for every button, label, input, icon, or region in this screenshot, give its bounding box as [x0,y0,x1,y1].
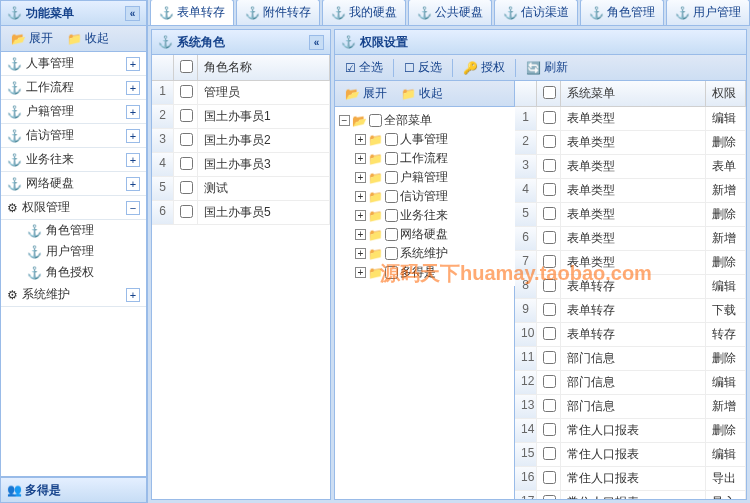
row-checkbox[interactable] [543,111,556,124]
table-row[interactable]: 5表单类型删除 [515,203,746,227]
nav-sub-item[interactable]: ⚓角色管理 [21,220,146,241]
select-all-checkbox[interactable] [543,86,556,99]
tree-checkbox[interactable] [385,152,398,165]
tab[interactable]: ⚓表单转存 [150,0,234,25]
row-checkbox[interactable] [180,205,193,218]
tree-root[interactable]: − 📂 全部菜单 [339,111,511,130]
nav-item[interactable]: ⚓网络硬盘 [1,172,146,196]
toggle-icon[interactable] [126,288,140,302]
row-checkbox[interactable] [543,207,556,220]
nav-sub-item[interactable]: ⚓用户管理 [21,241,146,262]
toggle-icon[interactable] [126,201,140,215]
expand-icon[interactable]: + [355,210,366,221]
row-checkbox[interactable] [543,159,556,172]
collapse-icon[interactable]: − [339,115,350,126]
expand-icon[interactable]: + [355,229,366,240]
row-checkbox[interactable] [543,447,556,460]
table-row[interactable]: 4国土办事员3 [152,153,330,177]
tree-node[interactable]: +📁户籍管理 [355,168,511,187]
nav-item[interactable]: ⚓户籍管理 [1,100,146,124]
table-row[interactable]: 3表单类型表单 [515,155,746,179]
roles-collapse-button[interactable]: « [309,35,324,50]
row-checkbox[interactable] [543,495,556,499]
row-checkbox[interactable] [543,303,556,316]
row-checkbox[interactable] [180,85,193,98]
table-row[interactable]: 8表单转存编辑 [515,275,746,299]
tree-node[interactable]: +📁网络硬盘 [355,225,511,244]
refresh-button[interactable]: 🔄刷新 [520,57,574,78]
row-checkbox[interactable] [180,133,193,146]
tree-node[interactable]: +📁业务往来 [355,206,511,225]
expand-icon[interactable]: + [355,134,366,145]
select-all-checkbox[interactable] [180,60,193,73]
tree-node[interactable]: +📁工作流程 [355,149,511,168]
row-checkbox[interactable] [180,157,193,170]
tree-checkbox[interactable] [385,190,398,203]
row-checkbox[interactable] [543,423,556,436]
row-checkbox[interactable] [543,471,556,484]
row-checkbox[interactable] [543,231,556,244]
toggle-icon[interactable] [126,105,140,119]
row-checkbox[interactable] [543,183,556,196]
invert-button[interactable]: ☐反选 [398,57,448,78]
table-row[interactable]: 11部门信息删除 [515,347,746,371]
table-row[interactable]: 14常住人口报表删除 [515,419,746,443]
expand-icon[interactable]: + [355,172,366,183]
expand-icon[interactable]: + [355,191,366,202]
nav-sub-item[interactable]: ⚓角色授权 [21,262,146,283]
tree-node[interactable]: +📁系统维护 [355,244,511,263]
tree-collapse-button[interactable]: 📁收起 [395,83,449,104]
table-row[interactable]: 9表单转存下载 [515,299,746,323]
table-row[interactable]: 7表单类型删除 [515,251,746,275]
expand-icon[interactable]: + [355,248,366,259]
tree-checkbox[interactable] [385,209,398,222]
nav-item-sys[interactable]: ⚙ 系统维护 [1,283,146,307]
table-row[interactable]: 1管理员 [152,81,330,105]
expand-icon[interactable]: + [355,153,366,164]
table-row[interactable]: 10表单转存转存 [515,323,746,347]
nav-item-perm[interactable]: ⚙ 权限管理 [1,196,146,220]
table-row[interactable]: 4表单类型新增 [515,179,746,203]
nav-item[interactable]: ⚓业务往来 [1,148,146,172]
row-checkbox[interactable] [543,399,556,412]
row-checkbox[interactable] [543,375,556,388]
tree-checkbox[interactable] [385,228,398,241]
table-row[interactable]: 12部门信息编辑 [515,371,746,395]
tab[interactable]: ⚓用户管理 [666,0,750,25]
table-row[interactable]: 16常住人口报表导出 [515,467,746,491]
tree-checkbox[interactable] [369,114,382,127]
sidebar-collapse-button[interactable]: « [125,6,140,21]
tree-node[interactable]: +📁多得是 [355,263,511,282]
table-row[interactable]: 15常住人口报表编辑 [515,443,746,467]
table-row[interactable]: 1表单类型编辑 [515,107,746,131]
tab[interactable]: ⚓角色管理 [580,0,664,25]
row-checkbox[interactable] [543,255,556,268]
table-row[interactable]: 2国土办事员1 [152,105,330,129]
tree-checkbox[interactable] [385,266,398,279]
toggle-icon[interactable] [126,153,140,167]
authorize-button[interactable]: 🔑授权 [457,57,511,78]
tab[interactable]: ⚓我的硬盘 [322,0,406,25]
toggle-icon[interactable] [126,81,140,95]
tree-node[interactable]: +📁人事管理 [355,130,511,149]
row-checkbox[interactable] [543,351,556,364]
table-row[interactable]: 6国土办事员5 [152,201,330,225]
toggle-icon[interactable] [126,57,140,71]
toggle-icon[interactable] [126,129,140,143]
row-checkbox[interactable] [543,279,556,292]
row-checkbox[interactable] [543,135,556,148]
tab[interactable]: ⚓公共硬盘 [408,0,492,25]
row-checkbox[interactable] [180,109,193,122]
toggle-icon[interactable] [126,177,140,191]
tab[interactable]: ⚓附件转存 [236,0,320,25]
table-row[interactable]: 17常住人口报表导入 [515,491,746,499]
tree-node[interactable]: +📁信访管理 [355,187,511,206]
table-row[interactable]: 13部门信息新增 [515,395,746,419]
tree-checkbox[interactable] [385,133,398,146]
expand-button[interactable]: 📂展开 [5,28,59,49]
row-checkbox[interactable] [180,181,193,194]
nav-item[interactable]: ⚓工作流程 [1,76,146,100]
table-row[interactable]: 6表单类型新增 [515,227,746,251]
tree-expand-button[interactable]: 📂展开 [339,83,393,104]
table-row[interactable]: 5测试 [152,177,330,201]
